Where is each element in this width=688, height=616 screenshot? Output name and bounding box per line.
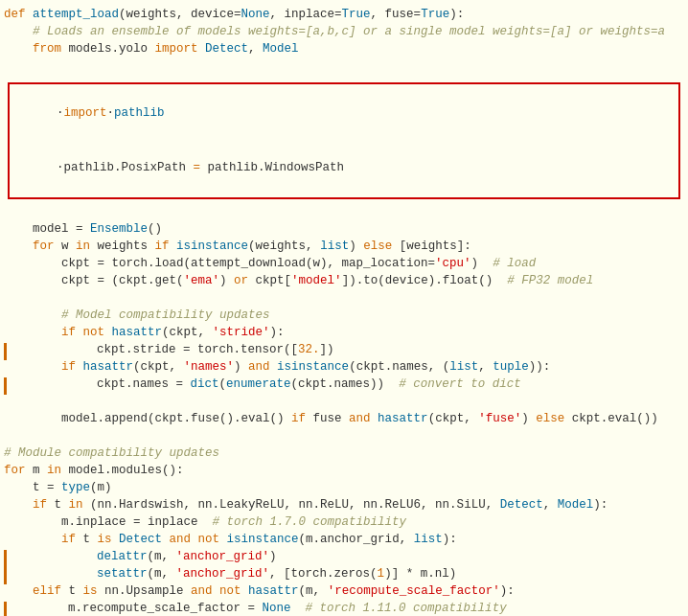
- highlight-line-2: ·pathlib.PosixPath = pathlib.WindowsPath: [13, 141, 675, 195]
- code-line-m-inplace: m.inplace = inplace # torch 1.7.0 compat…: [0, 515, 688, 533]
- code-line-elif-upsample: elif t is nn.Upsample and not hasattr(m,…: [0, 584, 688, 602]
- code-line-ckpt1: ckpt = torch.load(attempt_download(w), m…: [0, 257, 688, 274]
- code-line-comment-model: # Model compatibility updates: [0, 308, 688, 326]
- highlighted-import-block: ·import·pathlib ·pathlib.PosixPath = pat…: [8, 82, 680, 199]
- code-line-ckpt2: ckpt = (ckpt.get('ema') or ckpt['model']…: [0, 274, 688, 291]
- code-line-2: # Loads an ensemble of models weights=[a…: [0, 25, 688, 42]
- function-name: attempt_load: [33, 8, 119, 21]
- code-line-blank-4: [0, 395, 688, 412]
- keyword: def: [4, 8, 33, 21]
- code-line-blank-3: [0, 291, 688, 308]
- code-line-setattr: setattr(m, 'anchor_grid', [torch.zeros(1…: [0, 567, 688, 584]
- bar-indicator: [4, 343, 7, 360]
- code-line-if-detect: if t is Detect and not isinstance(m.anch…: [0, 533, 688, 550]
- code-line-model: model = Ensemble(): [0, 222, 688, 240]
- code-line-for-m: for m in model.modules():: [0, 464, 688, 481]
- code-line-blank-5: [0, 429, 688, 446]
- code-line-ckpt-stride: ckpt.stride = torch.tensor([32.]): [0, 343, 688, 360]
- code-line-blank-2: [0, 205, 688, 222]
- code-line-if-stride: if not hasattr(ckpt, 'stride'):: [0, 326, 688, 343]
- code-line-for-w: for w in weights if isinstance(weights, …: [0, 240, 688, 257]
- code-line-comment-module: # Module compatibility updates: [0, 446, 688, 464]
- code-line-3: from models.yolo import Detect, Model: [0, 42, 688, 59]
- bar-indicator-4: [4, 567, 7, 584]
- code-line-t-type: t = type(m): [0, 481, 688, 498]
- code-line-recompute: m.recompute_scale_factor = None # torch …: [0, 602, 688, 616]
- bar-indicator-3: [4, 550, 7, 567]
- code-line-ckpt-names: ckpt.names = dict(enumerate(ckpt.names))…: [0, 377, 688, 395]
- code-line-blank-1: [0, 59, 688, 77]
- code-editor: def attempt_load(weights, device=None, i…: [0, 0, 688, 616]
- code-line-if-names: if hasattr(ckpt, 'names') and isinstance…: [0, 360, 688, 377]
- code-line-if-t: if t in (nn.Hardswish, nn.LeakyReLU, nn.…: [0, 498, 688, 515]
- bar-indicator-2: [4, 377, 7, 395]
- highlight-line-1: ·import·pathlib: [13, 86, 675, 141]
- code-line-delattr: delattr(m, 'anchor_grid'): [0, 550, 688, 567]
- code-line-1: def attempt_load(weights, device=None, i…: [0, 8, 688, 25]
- code-line-model-append: model.append(ckpt.fuse().eval() if fuse …: [0, 412, 688, 429]
- bar-indicator-5: [4, 602, 7, 616]
